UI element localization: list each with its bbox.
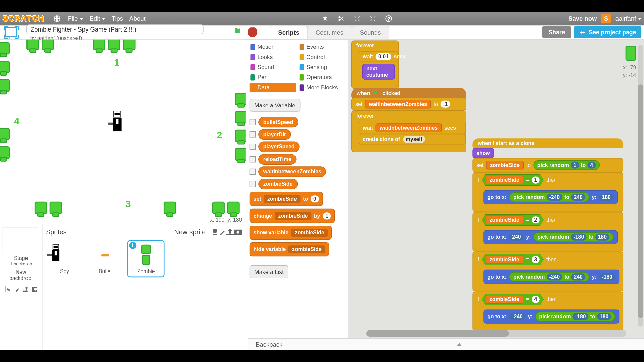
block-change-var[interactable]: changezombieSideby1 bbox=[250, 209, 335, 223]
scissors-icon[interactable] bbox=[336, 14, 346, 23]
scripts-area[interactable]: x: -79 y: -14 forever wait0.01secs next … bbox=[348, 40, 644, 350]
menu-tips[interactable]: Tips bbox=[112, 15, 123, 22]
paint-sprite-icon[interactable] bbox=[219, 228, 226, 235]
script-when-flag[interactable]: whenclicked setwaitInbetweenZombiesto.1 … bbox=[351, 88, 466, 152]
stop-icon[interactable] bbox=[248, 27, 257, 37]
user-avatar[interactable]: S bbox=[601, 14, 611, 23]
block-palette: Make a Variable bulletSpeed playerDir pl… bbox=[246, 95, 348, 350]
v-scrollbar[interactable] bbox=[638, 45, 643, 327]
sprite-spy[interactable]: Spy bbox=[46, 240, 83, 277]
checkbox-icon[interactable] bbox=[250, 131, 256, 137]
arrows-icon bbox=[579, 29, 586, 35]
upload-sprite-icon[interactable] bbox=[226, 228, 234, 235]
cat-motion[interactable]: Motion bbox=[250, 42, 296, 52]
svg-rect-7 bbox=[115, 113, 120, 115]
cat-looks[interactable]: Looks bbox=[250, 52, 296, 62]
var-playerDir[interactable]: playerDir bbox=[250, 129, 345, 140]
sprite-bullet[interactable]: Bullet bbox=[87, 240, 124, 277]
sprites-label: Sprites bbox=[46, 228, 67, 235]
spy-sprite[interactable] bbox=[108, 110, 126, 137]
editor-tabs: Scripts Costumes Sounds bbox=[270, 26, 389, 39]
var-zombieSide[interactable]: zombieSide bbox=[250, 179, 345, 189]
globe-icon[interactable] bbox=[52, 14, 62, 23]
svg-rect-20 bbox=[54, 246, 58, 248]
var-reloadTime[interactable]: reloadTime bbox=[250, 154, 345, 165]
info-icon[interactable]: i bbox=[129, 242, 136, 249]
menu-edit[interactable]: Edit bbox=[90, 15, 106, 22]
svg-rect-16 bbox=[226, 234, 234, 235]
checkbox-icon[interactable] bbox=[250, 156, 256, 162]
cat-sensing[interactable]: Sensing bbox=[298, 62, 344, 72]
cat-data[interactable]: Data bbox=[250, 83, 296, 92]
cat-operators[interactable]: Operators bbox=[298, 73, 344, 82]
caret-down-icon bbox=[102, 17, 106, 20]
svg-point-18 bbox=[237, 231, 239, 234]
stage-coords: x: 190 y: 180 bbox=[210, 217, 242, 223]
cat-pen[interactable]: Pen bbox=[250, 73, 296, 82]
stage-marker-4: 4 bbox=[14, 116, 19, 127]
paint-backdrop-icon[interactable] bbox=[5, 286, 10, 292]
user-menu[interactable]: aairfanf bbox=[615, 15, 641, 22]
svg-rect-9 bbox=[116, 119, 118, 124]
camera-sprite-icon[interactable] bbox=[234, 228, 242, 235]
stage[interactable]: 1 2 3 4 x: 190 y: 180 bbox=[0, 40, 246, 224]
stage-marker-3: 3 bbox=[126, 198, 131, 210]
cat-sound[interactable]: Sound bbox=[250, 62, 296, 72]
svg-text:?: ? bbox=[387, 16, 390, 21]
h-scrollbar[interactable] bbox=[366, 330, 626, 336]
var-bulletSpeed[interactable]: bulletSpeed bbox=[250, 117, 345, 128]
save-now[interactable]: Save now bbox=[568, 15, 597, 22]
new-sprite-label: New sprite: bbox=[174, 228, 208, 235]
make-list-button[interactable]: Make a List bbox=[250, 265, 289, 278]
stage-label: Stage bbox=[3, 255, 39, 261]
sprite-zombie[interactable]: i Zombie bbox=[127, 240, 165, 277]
svg-rect-23 bbox=[47, 254, 52, 256]
tab-scripts[interactable]: Scripts bbox=[270, 26, 308, 39]
script-clone[interactable]: when I start as a clone show setzombieSi… bbox=[472, 138, 623, 331]
checkbox-icon[interactable] bbox=[250, 144, 256, 150]
block-forever-1[interactable]: forever wait0.01secs next costume bbox=[351, 40, 399, 89]
brush-icon[interactable] bbox=[14, 286, 18, 292]
menu-file[interactable]: File bbox=[68, 15, 84, 22]
caret-down-icon bbox=[638, 17, 642, 20]
share-button[interactable]: Share bbox=[542, 26, 571, 38]
backdrop-count: 1 backdrop bbox=[3, 261, 39, 266]
cat-events[interactable]: Events bbox=[298, 42, 344, 52]
scratch-logo[interactable]: SCRATCH bbox=[3, 14, 44, 23]
project-title-input[interactable] bbox=[26, 24, 203, 34]
stage-marker-2: 2 bbox=[217, 130, 222, 141]
block-show-var[interactable]: show variablezombieSide bbox=[250, 226, 332, 240]
checkbox-icon[interactable] bbox=[250, 169, 256, 175]
var-playerSpeed[interactable]: playerSpeed bbox=[250, 141, 345, 152]
cat-more[interactable]: More Blocks bbox=[298, 83, 344, 92]
svg-rect-5 bbox=[5, 27, 17, 36]
menu-about[interactable]: About bbox=[129, 15, 145, 22]
see-project-page-button[interactable]: See project page bbox=[574, 26, 641, 38]
cat-control[interactable]: Control bbox=[298, 52, 344, 62]
tab-costumes[interactable]: Costumes bbox=[307, 26, 352, 39]
expand-up-icon bbox=[457, 343, 462, 346]
shrink-icon[interactable] bbox=[368, 14, 378, 23]
backpack-panel[interactable]: Backpack bbox=[248, 338, 644, 350]
library-sprite-icon[interactable] bbox=[211, 228, 219, 236]
stage-marker-1: 1 bbox=[114, 57, 119, 69]
block-hide-var[interactable]: hide variablezombieSide bbox=[250, 242, 329, 256]
checkbox-icon[interactable] bbox=[250, 181, 256, 187]
tab-sounds[interactable]: Sounds bbox=[352, 26, 389, 39]
camera-backdrop-icon[interactable] bbox=[32, 286, 37, 292]
make-variable-button[interactable]: Make a Variable bbox=[250, 99, 301, 111]
block-set-var[interactable]: setzombieSideto0 bbox=[250, 192, 323, 206]
svg-rect-10 bbox=[108, 123, 113, 125]
grow-icon[interactable] bbox=[352, 14, 362, 23]
stage-thumbnail[interactable] bbox=[3, 227, 38, 253]
svg-point-15 bbox=[213, 229, 217, 233]
svg-rect-12 bbox=[23, 291, 28, 292]
stamp-icon[interactable] bbox=[320, 14, 330, 23]
caret-down-icon bbox=[80, 17, 84, 20]
help-icon[interactable]: ? bbox=[384, 14, 393, 23]
green-flag-icon[interactable] bbox=[233, 26, 244, 38]
var-waitInbetweenZombies[interactable]: waitInbetweenZombies bbox=[250, 166, 345, 177]
checkbox-icon[interactable] bbox=[250, 119, 256, 125]
upload-backdrop-icon[interactable] bbox=[23, 286, 28, 292]
svg-rect-22 bbox=[55, 251, 57, 255]
